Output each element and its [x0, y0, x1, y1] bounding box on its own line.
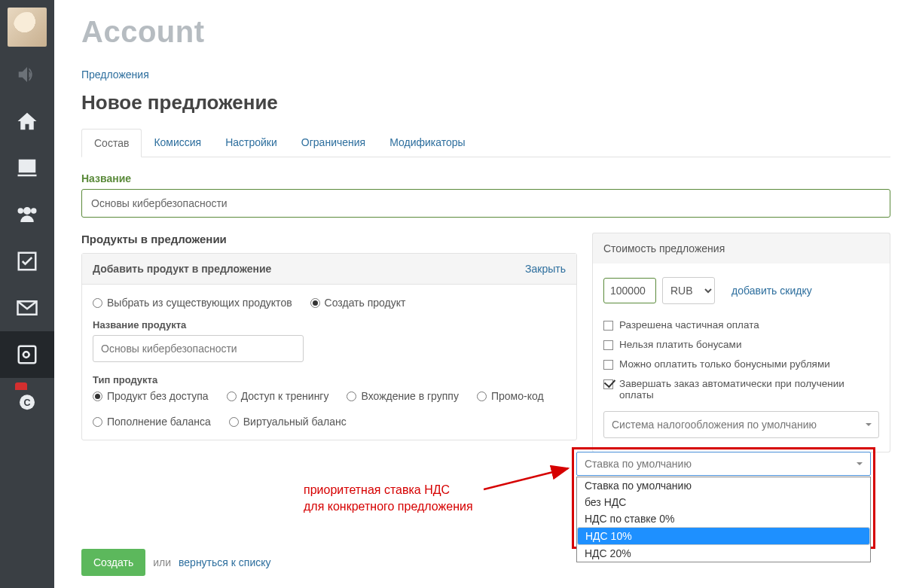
breadcrumb[interactable]: Предложения — [81, 69, 890, 81]
vat-select[interactable]: Ставка по умолчанию — [576, 452, 871, 476]
chk-nobonus[interactable] — [603, 340, 613, 350]
nav-check-icon[interactable] — [0, 238, 54, 285]
type-training[interactable]: Доступ к тренингу — [227, 390, 329, 402]
radio-create[interactable]: Создать продукт — [310, 297, 406, 309]
vat-dropdown: Ставка по умолчанию Ставка по умолчанию … — [576, 452, 871, 562]
nav-home-icon[interactable] — [0, 98, 54, 145]
page-title: Новое предложение — [81, 91, 890, 114]
tab-commission[interactable]: Комиссия — [142, 129, 213, 157]
products-title: Продукты в предложении — [81, 233, 577, 245]
tax-system-select[interactable]: Система налогообложения по умолчанию — [603, 411, 879, 438]
avatar[interactable] — [8, 8, 47, 47]
currency-select[interactable]: RUB — [662, 277, 715, 304]
offer-name-input[interactable] — [81, 189, 890, 218]
name-label: Название — [81, 172, 890, 184]
chk-autocomplete[interactable] — [603, 379, 613, 389]
create-button[interactable]: Создать — [81, 549, 145, 576]
cost-title: Стоимость предложения — [592, 233, 890, 264]
chk-partial[interactable] — [603, 321, 613, 331]
vat-opt-20[interactable]: НДС 20% — [577, 545, 870, 562]
add-product-title: Добавить продукт в предложение — [93, 263, 271, 275]
nav-sound-icon[interactable] — [0, 51, 54, 98]
or-text: или — [153, 556, 171, 568]
chevron-down-icon — [857, 462, 863, 465]
account-heading: Account — [81, 15, 890, 49]
svg-point-1 — [23, 352, 29, 358]
type-no-access[interactable]: Продукт без доступа — [93, 390, 209, 402]
annotation-text: приоритетная ставка НДС для конкретного … — [304, 482, 473, 516]
nav-chat-icon[interactable]: C — [0, 378, 54, 425]
tab-modifiers[interactable]: Модификаторы — [377, 129, 477, 157]
tabs: Состав Комиссия Настройки Ограничения Мо… — [81, 128, 890, 157]
sidebar: C — [0, 0, 54, 588]
close-link[interactable]: Закрыть — [525, 263, 566, 275]
product-type-label: Тип продукта — [93, 374, 566, 385]
add-discount-link[interactable]: добавить скидку — [731, 285, 812, 297]
vat-opt-none[interactable]: без НДС — [577, 494, 870, 510]
vat-opt-0[interactable]: НДС по ставке 0% — [577, 510, 870, 527]
nav-chart-icon[interactable] — [0, 145, 54, 191]
tab-settings[interactable]: Настройки — [213, 129, 289, 157]
tab-composition[interactable]: Состав — [81, 129, 142, 157]
chk-onlybonus[interactable] — [603, 360, 613, 370]
add-product-panel: Добавить продукт в предложение Закрыть В… — [81, 253, 577, 440]
vat-opt-default[interactable]: Ставка по умолчанию — [577, 477, 870, 494]
product-name-label: Название продукта — [93, 319, 566, 331]
nav-users-icon[interactable] — [0, 191, 54, 238]
type-balance[interactable]: Пополнение баланса — [93, 416, 211, 428]
type-virtual[interactable]: Виртуальный баланс — [229, 416, 347, 428]
nav-mail-icon[interactable] — [0, 285, 54, 331]
tab-restrictions[interactable]: Ограничения — [289, 129, 377, 157]
product-name-input[interactable] — [93, 335, 304, 362]
svg-text:C: C — [23, 398, 30, 408]
vat-options-list: Ставка по умолчанию без НДС НДС по ставк… — [576, 477, 871, 562]
price-input[interactable] — [603, 278, 656, 303]
svg-rect-0 — [19, 346, 36, 364]
type-group[interactable]: Вхождение в группу — [347, 390, 458, 402]
back-link[interactable]: вернуться к списку — [179, 556, 270, 568]
vat-opt-10[interactable]: НДС 10% — [577, 527, 870, 545]
radio-existing[interactable]: Выбрать из существующих продуктов — [93, 297, 292, 309]
nav-safe-icon[interactable] — [0, 331, 54, 378]
type-promo[interactable]: Промо-код — [477, 390, 544, 402]
